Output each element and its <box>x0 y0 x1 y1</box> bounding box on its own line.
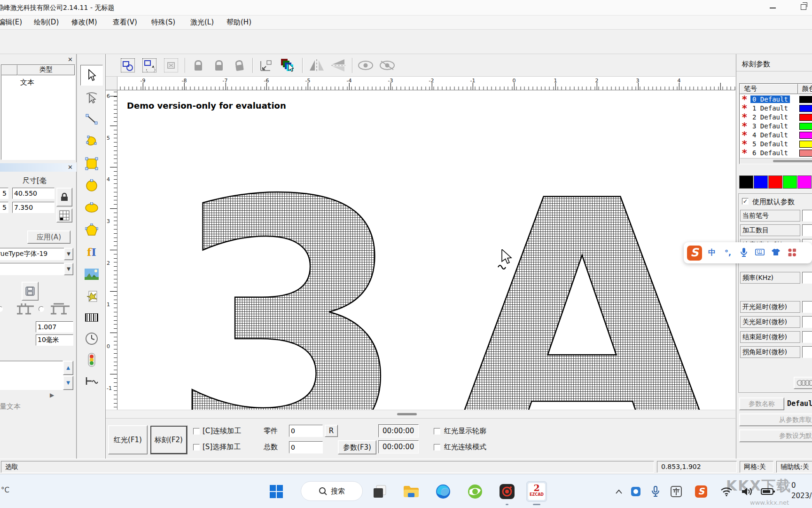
menu-modify[interactable]: 修改(M) <box>71 18 97 27</box>
extend-axis-tool[interactable] <box>80 371 103 391</box>
total-count-field[interactable] <box>289 441 323 453</box>
line-tool[interactable] <box>80 109 103 130</box>
anchor-grid-button[interactable] <box>56 208 72 222</box>
pen-row-1[interactable]: *1 Default <box>740 104 812 113</box>
color-swatch[interactable] <box>768 175 782 189</box>
curve-tool[interactable] <box>80 131 103 152</box>
weather-widget[interactable]: °C <box>1 486 9 494</box>
select-all-icon[interactable] <box>118 56 138 75</box>
tray-ime-mode-icon[interactable] <box>668 481 684 502</box>
preview-eye-icon[interactable] <box>356 56 375 75</box>
file-explorer-icon[interactable] <box>401 481 422 502</box>
field-input-end-delay[interactable] <box>802 331 812 343</box>
pen-row-2[interactable]: *2 Default <box>740 113 812 122</box>
clock-tool[interactable] <box>80 328 103 349</box>
ellipse-tool[interactable] <box>80 198 103 218</box>
mirror-vertical-icon[interactable] <box>328 56 348 75</box>
node-edit-tool[interactable] <box>80 87 103 108</box>
color-swatch[interactable] <box>797 175 812 189</box>
field-input-pen[interactable] <box>802 210 812 222</box>
menu-help[interactable]: 帮助(H) <box>226 18 251 27</box>
lock-all-icon[interactable] <box>209 56 229 75</box>
continuous-checkbox[interactable] <box>193 428 200 435</box>
ime-mic-icon[interactable] <box>738 247 750 259</box>
text-tool[interactable]: fI <box>80 242 103 262</box>
field-input-laser-on-delay[interactable] <box>802 301 812 313</box>
edge-browser-icon[interactable] <box>433 481 453 502</box>
save-font-params-button[interactable] <box>22 282 39 301</box>
polygon-tool[interactable] <box>80 220 103 240</box>
font-sub-arrow-icon[interactable]: ▼ <box>64 263 73 275</box>
sogou-logo-icon[interactable]: S <box>687 246 702 261</box>
object-row-text[interactable]: 文本 <box>20 78 34 87</box>
size-width-field[interactable] <box>12 188 55 199</box>
field-input-laser-off-delay[interactable] <box>802 316 812 328</box>
field-input-frequency[interactable] <box>802 272 812 284</box>
tray-sogou-icon[interactable]: S <box>693 481 710 502</box>
char-width-radio[interactable] <box>0 306 3 312</box>
set-default-button[interactable]: 参数设为默认 <box>739 429 812 442</box>
object-list-col-blank[interactable] <box>1 65 17 75</box>
pen-col-header[interactable]: 笔号 <box>740 84 798 94</box>
field-input-corner-delay[interactable] <box>802 346 812 358</box>
start-button[interactable] <box>266 481 287 502</box>
taskbar-search[interactable]: 搜索 <box>301 481 363 501</box>
green-browser-icon[interactable] <box>465 481 485 502</box>
canvas-workspace[interactable]: Demo version-only for evaluation 3 A <box>117 90 735 410</box>
menu-view[interactable]: 查看(V) <box>113 18 137 27</box>
scrollbar-thumb[interactable] <box>397 413 417 415</box>
barcode-tool[interactable] <box>80 307 103 328</box>
ime-chinese-mode-icon[interactable]: 中 <box>706 248 718 258</box>
minimize-button[interactable] <box>770 8 776 8</box>
menu-draw[interactable]: 绘制(D) <box>34 18 59 27</box>
color-swatch[interactable] <box>783 175 797 189</box>
pen-row-5[interactable]: *5 Default <box>740 140 812 149</box>
field-input-count[interactable] <box>802 224 812 236</box>
ime-punctuation-icon[interactable]: °, <box>722 248 734 257</box>
param-name-button[interactable]: 参数名称 <box>739 397 784 410</box>
menu-laser[interactable]: 激光(L) <box>190 18 214 27</box>
expand-arrow-icon[interactable]: ▶ <box>50 392 54 398</box>
menu-special[interactable]: 特殊(S) <box>151 18 175 27</box>
rectangle-tool[interactable] <box>80 153 103 174</box>
part-count-field[interactable] <box>289 425 323 437</box>
select-marking-checkbox[interactable] <box>193 444 200 451</box>
char-width-value-field[interactable] <box>36 321 73 333</box>
preview-all-eye-icon[interactable] <box>377 56 397 75</box>
color-col-header[interactable]: 颜色 <box>798 84 812 94</box>
text-content-box[interactable] <box>0 361 63 390</box>
ime-toolbar[interactable]: S 中 °, <box>684 242 812 263</box>
reset-count-button[interactable]: R <box>325 425 338 437</box>
select-tool[interactable] <box>80 65 103 86</box>
pen-row-0[interactable]: *0 Default <box>740 95 812 104</box>
object-list-col-type[interactable]: 类型 <box>17 65 75 75</box>
pos-y-field[interactable] <box>0 202 8 213</box>
tray-expand-icon[interactable] <box>612 481 626 502</box>
red-continuous-checkbox[interactable] <box>434 444 440 451</box>
from-library-button[interactable]: 从参数库取数 <box>739 413 812 426</box>
lock-icon[interactable] <box>188 56 208 75</box>
pen-color-layers-icon[interactable] <box>278 56 297 75</box>
pen-list-hscrollbar[interactable] <box>740 158 812 164</box>
show-contour-checkbox[interactable] <box>434 428 440 435</box>
move-to-origin-icon[interactable] <box>256 56 276 75</box>
color-swatch[interactable] <box>754 175 768 189</box>
pen-row-6[interactable]: *6 Default <box>740 149 812 158</box>
advanced-params-button[interactable] <box>794 377 812 389</box>
mark-button[interactable]: 标刻(F2) <box>150 425 187 454</box>
pen-list[interactable]: 笔号 颜色 *0 Default *1 Default *2 Default *… <box>739 83 812 164</box>
circle-tool[interactable] <box>80 175 103 196</box>
font-sub-select[interactable] <box>0 263 66 275</box>
hatched-text-objects[interactable]: 3 A <box>117 90 735 410</box>
color-swatch[interactable] <box>739 175 753 189</box>
use-default-checkbox[interactable]: ✓ <box>742 198 749 205</box>
font-select-arrow-icon[interactable]: ▼ <box>64 248 73 260</box>
horizontal-scrollbar[interactable] <box>106 410 735 417</box>
battery-icon[interactable] <box>758 481 777 502</box>
mirror-horizontal-icon[interactable] <box>307 56 327 75</box>
ime-toolbox-icon[interactable] <box>786 248 798 258</box>
clock-widget[interactable]: 0 2023/4 <box>791 480 812 501</box>
spin-down-icon[interactable]: ▼ <box>63 376 73 390</box>
task-view-button[interactable] <box>369 481 390 502</box>
pen-row-3[interactable]: *3 Default <box>740 122 812 131</box>
